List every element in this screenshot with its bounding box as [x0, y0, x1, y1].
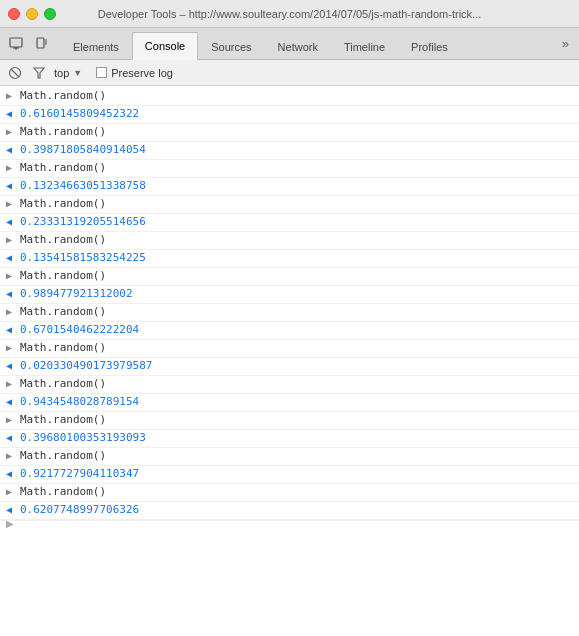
output-arrow-icon: ◀ — [6, 180, 12, 191]
console-row: ▶Math.random() — [0, 124, 579, 142]
input-arrow-icon: ▶ — [6, 90, 12, 101]
console-value-text: 0.020330490173979587 — [20, 359, 152, 372]
svg-line-8 — [12, 69, 19, 76]
traffic-lights — [8, 8, 56, 20]
console-row: ◀0.39680100353193093 — [0, 430, 579, 448]
output-arrow-icon: ◀ — [6, 468, 12, 479]
input-arrow-icon: ▶ — [6, 126, 12, 137]
output-arrow-icon: ◀ — [6, 288, 12, 299]
output-arrow-icon: ◀ — [6, 432, 12, 443]
console-value-text: 0.6701540462222204 — [20, 323, 139, 336]
console-row: ▶Math.random() — [0, 340, 579, 358]
output-arrow-icon: ◀ — [6, 108, 12, 119]
output-arrow-icon: ◀ — [6, 324, 12, 335]
output-arrow-icon: ◀ — [6, 504, 12, 515]
filter-icon[interactable] — [30, 64, 48, 82]
nav-icons — [4, 33, 54, 55]
console-toolbar: top ▼ Preserve log — [0, 60, 579, 86]
inspect-icon[interactable] — [4, 33, 28, 55]
console-row: ▶Math.random() — [0, 376, 579, 394]
close-button[interactable] — [8, 8, 20, 20]
input-arrow-icon: ▶ — [6, 414, 12, 425]
console-call-text: Math.random() — [20, 485, 106, 498]
nav-tabs: Elements Console Sources Network Timelin… — [60, 28, 461, 59]
console-input-row: ▶ — [0, 520, 579, 525]
console-call-text: Math.random() — [20, 89, 106, 102]
input-arrow-icon: ▶ — [6, 162, 12, 173]
minimize-button[interactable] — [26, 8, 38, 20]
console-row: ◀0.989477921312002 — [0, 286, 579, 304]
console-row: ◀0.13541581583254225 — [0, 250, 579, 268]
chevron-down-icon: ▼ — [73, 68, 82, 78]
console-row: ◀0.020330490173979587 — [0, 358, 579, 376]
console-value-text: 0.6160145809452322 — [20, 107, 139, 120]
svg-rect-0 — [10, 38, 22, 47]
console-value-text: 0.6207748997706326 — [20, 503, 139, 516]
tab-console[interactable]: Console — [132, 32, 198, 60]
console-value-text: 0.23331319205514656 — [20, 215, 146, 228]
input-arrow-icon: ▶ — [6, 306, 12, 317]
more-tabs-button[interactable]: » — [556, 36, 575, 51]
console-call-text: Math.random() — [20, 305, 106, 318]
input-arrow-icon: ▶ — [6, 342, 12, 353]
output-arrow-icon: ◀ — [6, 252, 12, 263]
console-row: ◀0.9217727904110347 — [0, 466, 579, 484]
console-row: ▶Math.random() — [0, 448, 579, 466]
output-arrow-icon: ◀ — [6, 216, 12, 227]
svg-rect-3 — [37, 38, 44, 48]
console-row: ◀0.6160145809452322 — [0, 106, 579, 124]
input-arrow-icon: ▶ — [6, 450, 12, 461]
console-row: ◀0.6701540462222204 — [0, 322, 579, 340]
tab-network[interactable]: Network — [265, 32, 331, 60]
context-selector[interactable]: top ▼ — [54, 67, 82, 79]
console-row: ▶Math.random() — [0, 304, 579, 322]
input-arrow-icon: ▶ — [6, 270, 12, 281]
console-value-text: 0.9217727904110347 — [20, 467, 139, 480]
output-arrow-icon: ◀ — [6, 396, 12, 407]
console-value-text: 0.13541581583254225 — [20, 251, 146, 264]
console-row: ◀0.9434548028789154 — [0, 394, 579, 412]
console-row: ▶Math.random() — [0, 412, 579, 430]
console-row: ▶Math.random() — [0, 484, 579, 502]
tab-profiles[interactable]: Profiles — [398, 32, 461, 60]
console-value-text: 0.989477921312002 — [20, 287, 133, 300]
console-row: ▶Math.random() — [0, 232, 579, 250]
console-row: ◀0.13234663051338758 — [0, 178, 579, 196]
console-call-text: Math.random() — [20, 197, 106, 210]
preserve-log-group: Preserve log — [96, 67, 173, 79]
tab-sources[interactable]: Sources — [198, 32, 264, 60]
console-call-text: Math.random() — [20, 125, 106, 138]
clear-console-icon[interactable] — [6, 64, 24, 82]
preserve-log-label: Preserve log — [111, 67, 173, 79]
console-row: ▶Math.random() — [0, 196, 579, 214]
console-call-text: Math.random() — [20, 377, 106, 390]
console-row: ◀0.39871805840914054 — [0, 142, 579, 160]
window-title: Developer Tools – http://www.soulteary.c… — [98, 8, 482, 20]
console-row: ▶Math.random() — [0, 88, 579, 106]
console-call-text: Math.random() — [20, 341, 106, 354]
console-row: ◀0.6207748997706326 — [0, 502, 579, 520]
console-value-text: 0.39680100353193093 — [20, 431, 146, 444]
svg-marker-9 — [34, 68, 44, 78]
device-icon[interactable] — [30, 33, 54, 55]
output-arrow-icon: ◀ — [6, 144, 12, 155]
console-call-text: Math.random() — [20, 449, 106, 462]
nav-toolbar: Elements Console Sources Network Timelin… — [0, 28, 579, 60]
tab-elements[interactable]: Elements — [60, 32, 132, 60]
input-arrow-icon: ▶ — [6, 234, 12, 245]
input-arrow-icon: ▶ — [6, 378, 12, 389]
input-arrow-icon: ▶ — [6, 486, 12, 497]
preserve-log-checkbox[interactable] — [96, 67, 107, 78]
console-call-text: Math.random() — [20, 413, 106, 426]
output-arrow-icon: ◀ — [6, 360, 12, 371]
console-call-text: Math.random() — [20, 233, 106, 246]
prompt-arrow-icon: ▶ — [6, 518, 14, 529]
console-call-text: Math.random() — [20, 269, 106, 282]
console-row: ◀0.23331319205514656 — [0, 214, 579, 232]
tab-timeline[interactable]: Timeline — [331, 32, 398, 60]
console-row: ▶Math.random() — [0, 160, 579, 178]
titlebar: Developer Tools – http://www.soulteary.c… — [0, 0, 579, 28]
console-value-text: 0.39871805840914054 — [20, 143, 146, 156]
maximize-button[interactable] — [44, 8, 56, 20]
console-output: ▶Math.random()◀0.6160145809452322▶Math.r… — [0, 86, 579, 636]
